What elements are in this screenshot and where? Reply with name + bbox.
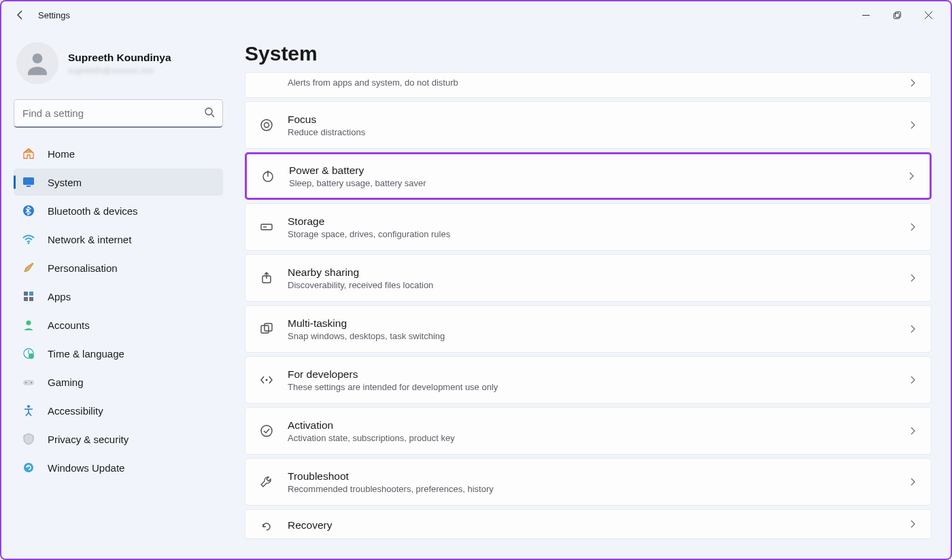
svg-rect-11 <box>29 297 33 301</box>
svg-rect-8 <box>24 292 28 296</box>
bluetooth-icon <box>22 204 35 217</box>
search-wrap <box>14 99 223 128</box>
card-power[interactable]: Power & battery Sleep, battery usage, ba… <box>245 152 932 200</box>
nav-network[interactable]: Network & internet <box>14 226 223 253</box>
shield-icon <box>22 432 35 446</box>
focus-icon <box>259 118 274 133</box>
nav-bluetooth[interactable]: Bluetooth & devices <box>14 197 223 224</box>
apps-icon <box>22 290 35 303</box>
svg-point-20 <box>261 120 272 130</box>
nav-label: Accounts <box>48 319 90 331</box>
recovery-icon <box>259 519 274 534</box>
minimize-icon <box>862 12 870 19</box>
nav-update[interactable]: Windows Update <box>14 454 223 481</box>
svg-point-7 <box>28 243 30 245</box>
nav-label: Gaming <box>48 377 84 388</box>
clock-globe-icon <box>22 347 35 360</box>
svg-point-21 <box>265 123 269 128</box>
chevron-right-icon <box>908 273 917 283</box>
sidebar: Supreeth Koundinya supreeth@xxxxxx.xxx H… <box>1 29 233 559</box>
maximize-button[interactable] <box>881 4 913 26</box>
search-icon <box>204 107 215 120</box>
card-sub: Snap windows, desktops, task switching <box>288 331 908 341</box>
card-title: For developers <box>288 368 908 381</box>
card-title: Troubleshoot <box>288 470 908 483</box>
nav-label: Apps <box>48 291 71 302</box>
nav-label: Personalisation <box>48 262 118 274</box>
card-sub: Sleep, battery usage, battery saver <box>289 178 906 188</box>
storage-icon <box>259 220 274 234</box>
card-activation[interactable]: Activation Activation state, subscriptio… <box>245 407 932 455</box>
brush-icon <box>22 261 35 275</box>
nav-label: Network & internet <box>48 234 131 245</box>
user-email: supreeth@xxxxxx.xxx <box>68 65 171 75</box>
card-title: Power & battery <box>289 164 906 177</box>
card-multitasking[interactable]: Multi-tasking Snap windows, desktops, ta… <box>245 305 932 353</box>
svg-point-17 <box>31 382 32 383</box>
nav-home[interactable]: Home <box>14 140 223 167</box>
card-recovery[interactable]: Recovery <box>245 509 932 539</box>
svg-rect-1 <box>895 12 900 17</box>
share-icon <box>259 270 274 285</box>
nav-accessibility[interactable]: Accessibility <box>14 397 223 424</box>
settings-cards: Alerts from apps and system, do not dist… <box>245 72 932 539</box>
card-focus[interactable]: Focus Reduce distractions <box>245 101 932 149</box>
power-icon <box>260 169 275 183</box>
user-name: Supreeth Koundinya <box>68 52 171 64</box>
card-sub: Alerts from apps and system, do not dist… <box>288 77 908 88</box>
svg-rect-0 <box>894 13 899 18</box>
svg-point-18 <box>27 405 30 408</box>
svg-point-16 <box>25 382 27 383</box>
main-panel: System Alerts from apps and system, do n… <box>233 29 951 559</box>
card-sub: Recommended troubleshooters, preferences… <box>288 484 908 494</box>
card-title: Storage <box>288 215 908 228</box>
svg-point-28 <box>261 425 272 436</box>
nav-label: Home <box>48 148 75 160</box>
nav-personalisation[interactable]: Personalisation <box>14 254 223 281</box>
nav-apps[interactable]: Apps <box>14 283 223 310</box>
accessibility-icon <box>22 404 35 417</box>
nav-privacy[interactable]: Privacy & security <box>14 425 223 453</box>
nav-accounts[interactable]: Accounts <box>14 311 223 338</box>
card-title: Activation <box>288 419 908 432</box>
nav-system[interactable]: System <box>14 169 223 196</box>
accounts-icon <box>22 318 35 332</box>
nav-gaming[interactable]: Gaming <box>14 368 223 396</box>
svg-point-2 <box>33 54 43 64</box>
card-developers[interactable]: For developers These settings are intend… <box>245 356 932 404</box>
user-block[interactable]: Supreeth Koundinya supreeth@xxxxxx.xxx <box>14 35 223 99</box>
wifi-icon <box>22 232 35 246</box>
multitasking-icon <box>259 321 274 336</box>
search-input[interactable] <box>14 99 223 128</box>
card-sub: Reduce distractions <box>288 127 908 137</box>
nav-label: Windows Update <box>48 462 124 474</box>
page-title: System <box>245 42 932 65</box>
svg-rect-10 <box>24 297 28 301</box>
chevron-right-icon <box>908 120 917 130</box>
close-button[interactable] <box>913 4 944 26</box>
check-circle-icon <box>259 423 274 438</box>
card-sub: Storage space, drives, configuration rul… <box>288 229 908 239</box>
svg-point-12 <box>27 321 31 326</box>
arrow-left-icon <box>15 10 26 20</box>
home-icon <box>22 147 35 160</box>
maximize-icon <box>894 12 901 19</box>
nav-list: Home System Bluetooth & devices Network … <box>14 140 223 481</box>
minimize-button[interactable] <box>850 4 881 26</box>
card-sub: Activation state, subscriptions, product… <box>288 433 908 443</box>
person-icon <box>23 49 52 77</box>
card-troubleshoot[interactable]: Troubleshoot Recommended troubleshooters… <box>245 458 932 506</box>
card-title: Focus <box>288 113 908 126</box>
card-storage[interactable]: Storage Storage space, drives, configura… <box>245 203 932 251</box>
card-nearby[interactable]: Nearby sharing Discoverability, received… <box>245 254 932 302</box>
nav-label: Bluetooth & devices <box>48 205 138 217</box>
nav-label: Time & language <box>48 348 124 360</box>
wrench-icon <box>259 474 274 489</box>
back-button[interactable] <box>8 3 33 27</box>
svg-point-14 <box>29 353 34 359</box>
svg-point-3 <box>205 108 212 115</box>
avatar <box>16 42 58 84</box>
card-notifications[interactable]: Alerts from apps and system, do not dist… <box>245 72 932 98</box>
nav-time[interactable]: Time & language <box>14 340 223 367</box>
card-title: Nearby sharing <box>288 266 908 279</box>
